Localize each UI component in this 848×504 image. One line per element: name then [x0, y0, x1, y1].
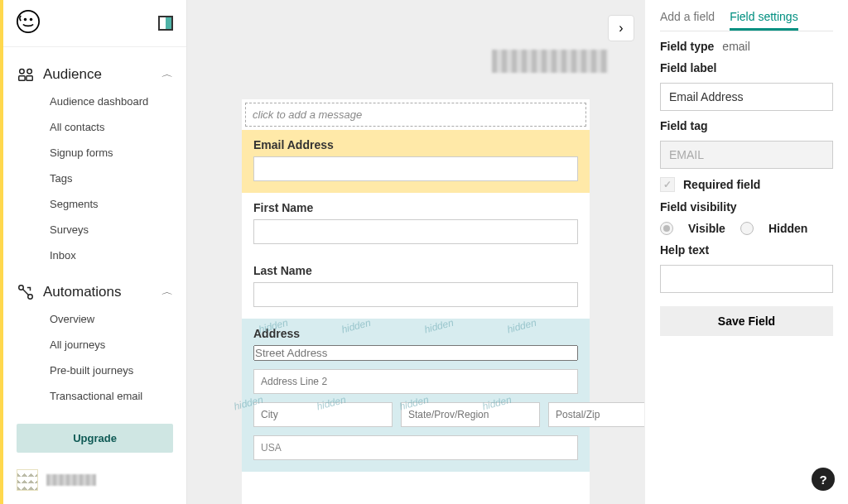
svg-rect-6	[26, 76, 32, 81]
collapse-settings-button[interactable]: ›	[608, 15, 634, 41]
tab-add-field[interactable]: Add a field	[660, 10, 715, 31]
city-input[interactable]	[253, 402, 393, 427]
help-button[interactable]: ?	[812, 468, 835, 491]
form-preview: click to add a message Email Address Fir…	[242, 99, 590, 504]
sidebar-item-inbox[interactable]: Inbox	[50, 244, 173, 266]
svg-point-0	[17, 11, 39, 32]
upgrade-button[interactable]: Upgrade	[17, 424, 173, 453]
sidebar-item-all-contacts[interactable]: All contacts	[50, 116, 173, 138]
sidebar-item-signup-forms[interactable]: Signup forms	[50, 142, 173, 164]
field-settings-panel: Add a field Field settings Field type em…	[644, 0, 848, 504]
country-input[interactable]	[253, 435, 578, 460]
form-field-address[interactable]: hiddenhiddenhiddenhidden hiddenhiddenhid…	[242, 319, 590, 472]
add-message-placeholder[interactable]: click to add a message	[245, 103, 586, 127]
visibility-visible-radio[interactable]	[660, 222, 673, 235]
first-name-input[interactable]	[253, 219, 578, 244]
required-label: Required field	[683, 178, 760, 191]
sidebar: Audience ︿ Audience dashboard All contac…	[0, 0, 187, 504]
svg-point-4	[27, 70, 32, 74]
sidebar-item-overview[interactable]: Overview	[50, 308, 173, 330]
svg-rect-5	[19, 76, 25, 81]
visibility-hidden-radio[interactable]	[740, 222, 754, 235]
field-label-input[interactable]	[660, 83, 833, 111]
nav-section-label: Automations	[43, 284, 122, 300]
automations-icon	[17, 283, 35, 301]
field-type-row: Field type email	[660, 40, 833, 53]
sidebar-item-transactional-email[interactable]: Transactional email	[50, 385, 173, 407]
svg-point-3	[20, 70, 25, 74]
nav-section-audience[interactable]: Audience ︿	[17, 59, 173, 90]
toggle-panel-icon[interactable]	[158, 16, 173, 31]
svg-point-2	[30, 18, 33, 22]
field-label: Address	[253, 327, 578, 340]
account-name-redacted	[46, 474, 96, 486]
avatar	[17, 469, 38, 491]
visibility-hidden-label: Hidden	[768, 222, 807, 235]
help-text-input[interactable]	[660, 265, 833, 293]
sidebar-item-audience-dashboard[interactable]: Audience dashboard	[50, 90, 173, 113]
panel-tabs: Add a field Field settings	[660, 10, 833, 31]
field-tag-heading: Field tag	[660, 119, 833, 132]
last-name-input[interactable]	[253, 282, 578, 307]
visibility-radio-group: Visible Hidden	[660, 222, 833, 235]
save-field-button[interactable]: Save Field	[660, 306, 833, 336]
svg-point-1	[24, 18, 27, 22]
visibility-visible-label: Visible	[688, 222, 725, 235]
required-checkbox[interactable]: ✓	[660, 177, 675, 192]
form-field-email[interactable]: Email Address	[242, 130, 590, 193]
sidebar-item-all-journeys[interactable]: All journeys	[50, 334, 173, 356]
chevron-up-icon: ︿	[161, 287, 173, 298]
field-type-value: email	[722, 40, 749, 53]
required-field-row[interactable]: ✓ Required field	[660, 177, 833, 192]
form-field-first-name[interactable]: First Name	[242, 193, 590, 256]
street-input[interactable]	[253, 345, 578, 361]
help-icon: ?	[819, 473, 826, 487]
field-label-heading: Field label	[660, 61, 833, 74]
mailchimp-logo[interactable]	[17, 10, 40, 36]
state-input[interactable]	[401, 402, 540, 427]
sidebar-item-segments[interactable]: Segments	[50, 193, 173, 215]
sidebar-item-tags[interactable]: Tags	[50, 167, 173, 190]
form-field-last-name[interactable]: Last Name	[242, 256, 590, 319]
tab-field-settings[interactable]: Field settings	[730, 10, 797, 31]
nav-section-automations[interactable]: Automations ︿	[17, 276, 173, 308]
account-switcher[interactable]	[3, 463, 186, 504]
field-label: Email Address	[253, 138, 578, 151]
form-title-redacted	[492, 50, 608, 73]
postal-input[interactable]	[548, 402, 644, 427]
form-builder-canvas: › click to add a message Email Address F…	[187, 0, 644, 504]
chevron-up-icon: ︿	[161, 70, 173, 80]
sidebar-item-surveys[interactable]: Surveys	[50, 218, 173, 241]
field-label: First Name	[253, 201, 578, 214]
email-input[interactable]	[253, 156, 578, 181]
address-line2-input[interactable]	[253, 369, 578, 394]
field-visibility-heading: Field visibility	[660, 200, 833, 214]
field-label: Last Name	[253, 264, 578, 277]
field-type-label: Field type	[660, 40, 714, 53]
field-tag-input	[660, 141, 833, 169]
nav-section-label: Audience	[43, 66, 102, 83]
chevron-right-icon: ›	[619, 21, 623, 36]
help-text-heading: Help text	[660, 243, 833, 257]
sidebar-item-prebuilt-journeys[interactable]: Pre-built journeys	[50, 359, 173, 382]
audience-icon	[17, 65, 35, 84]
